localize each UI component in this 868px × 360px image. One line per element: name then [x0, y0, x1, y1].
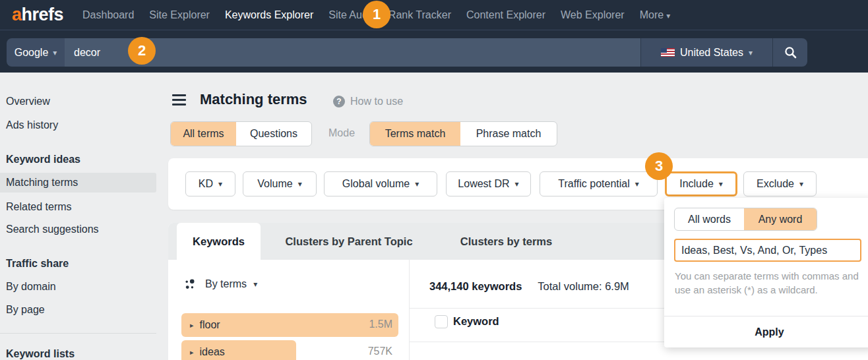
- term-volume: 1.5M: [369, 318, 392, 330]
- sidebar-header-traffic-share: Traffic share: [0, 254, 156, 274]
- search-icon: [784, 46, 797, 59]
- tab-terms-match[interactable]: Terms match: [370, 122, 460, 146]
- filter-traffic-potential[interactable]: Traffic potential▾: [540, 171, 658, 196]
- chevron-down-icon: ▾: [415, 179, 419, 189]
- select-all-checkbox[interactable]: [435, 315, 448, 328]
- tab-any-word[interactable]: Any word: [744, 208, 817, 230]
- top-nav: ahrefs Dashboard Site Explorer Keywords …: [0, 0, 868, 30]
- menu-icon[interactable]: [172, 94, 186, 105]
- total-volume: Total volume: 6.9M: [538, 280, 629, 293]
- search-bar: Google ▾ decor United States ▾: [7, 38, 807, 67]
- sidebar-header-keyword-lists: Keyword lists: [0, 344, 156, 360]
- sidebar-item-search-suggestions[interactable]: Search suggestions: [0, 220, 156, 239]
- nav-rank-tracker[interactable]: Rank Tracker: [388, 9, 451, 21]
- nav-more[interactable]: More▾: [640, 9, 670, 21]
- mode-tabs: Terms match Phrase match: [369, 121, 557, 146]
- tab-all-terms[interactable]: All terms: [171, 122, 236, 146]
- search-query: decor: [74, 47, 100, 59]
- keywords-explorer-page: ahrefs Dashboard Site Explorer Keywords …: [0, 0, 868, 360]
- results-summary: 344,140 keywords Total volume: 6.9M: [429, 280, 629, 293]
- nav-web-explorer[interactable]: Web Explorer: [561, 9, 625, 21]
- apply-button[interactable]: Apply: [664, 316, 868, 347]
- sidebar-item-by-page[interactable]: By page: [0, 300, 156, 320]
- sidebar-item-related-terms[interactable]: Related terms: [0, 197, 156, 217]
- caret-right-icon: ▸: [190, 321, 194, 330]
- page-title: Matching terms: [200, 91, 307, 108]
- logo-a: a: [12, 5, 22, 24]
- tab-clusters-by-terms[interactable]: Clusters by terms: [447, 223, 566, 260]
- step-badge-2: 2: [128, 37, 156, 65]
- include-terms-input[interactable]: [674, 239, 861, 262]
- scope-tabs: All terms Questions: [170, 121, 312, 146]
- term-volume-bar: ▸ floor: [181, 313, 398, 337]
- how-to-use-label: How to use: [350, 96, 403, 107]
- pane-divider: [409, 260, 410, 360]
- sidebar-item-ads-history[interactable]: Ads history: [0, 115, 156, 135]
- nav-dashboard[interactable]: Dashboard: [82, 9, 134, 21]
- include-help-text: You can separate terms with commas and u…: [675, 269, 865, 297]
- chevron-down-icon: ▾: [53, 48, 57, 57]
- sidebar-divider: [0, 333, 156, 334]
- term-row-ideas[interactable]: ▸ ideas 757K: [181, 340, 398, 360]
- search-submit-button[interactable]: [772, 38, 807, 67]
- country-dropdown[interactable]: United States ▾: [640, 38, 772, 67]
- tab-keywords[interactable]: Keywords: [177, 223, 261, 260]
- logo-rest: hrefs: [22, 5, 64, 24]
- chevron-down-icon: ▾: [749, 48, 753, 57]
- chevron-down-icon: ▾: [635, 179, 639, 189]
- filter-kd[interactable]: KD▾: [185, 171, 235, 196]
- keywords-count: 344,140 keywords: [429, 280, 522, 293]
- chevron-down-icon: ▾: [298, 179, 302, 189]
- keyword-column-header: Keyword: [453, 315, 499, 328]
- tab-questions[interactable]: Questions: [236, 122, 311, 146]
- cluster-icon: [185, 279, 196, 290]
- sidebar-item-by-domain[interactable]: By domain: [0, 277, 156, 297]
- step-badge-1: 1: [363, 1, 390, 28]
- sidebar-header-keyword-ideas: Keyword ideas: [0, 150, 156, 169]
- filter-include[interactable]: Include▾: [665, 171, 737, 196]
- question-icon: ?: [333, 96, 345, 107]
- tab-phrase-match[interactable]: Phrase match: [460, 122, 557, 146]
- sidebar: Overview Ads history Keyword ideas Match…: [0, 73, 165, 360]
- term-volume: 757K: [368, 345, 392, 357]
- term-row-floor[interactable]: ▸ floor 1.5M: [181, 313, 398, 337]
- term-label: ideas: [200, 346, 225, 358]
- filter-lowest-dr[interactable]: Lowest DR▾: [446, 171, 531, 196]
- caret-right-icon: ▸: [190, 348, 194, 357]
- chevron-down-icon: ▾: [799, 179, 803, 189]
- tab-clusters-by-parent-topic[interactable]: Clusters by Parent Topic: [268, 223, 430, 260]
- chevron-down-icon: ▾: [253, 280, 257, 289]
- nav-site-explorer[interactable]: Site Explorer: [149, 9, 210, 21]
- nav-keywords-explorer[interactable]: Keywords Explorer: [225, 9, 313, 21]
- filter-exclude[interactable]: Exclude▾: [743, 171, 817, 196]
- group-by-label: By terms: [205, 278, 247, 290]
- nav-content-explorer[interactable]: Content Explorer: [466, 9, 545, 21]
- term-label: floor: [200, 319, 220, 331]
- chevron-down-icon: ▾: [719, 179, 723, 189]
- search-engine-label: Google: [15, 47, 49, 59]
- step-badge-3: 3: [645, 152, 673, 180]
- group-by-dropdown[interactable]: By terms ▾: [185, 278, 257, 290]
- country-label: United States: [680, 47, 743, 59]
- us-flag-icon: [661, 48, 675, 57]
- filter-global-volume[interactable]: Global volume▾: [324, 171, 437, 196]
- ahrefs-logo[interactable]: ahrefs: [12, 5, 63, 25]
- search-engine-dropdown[interactable]: Google ▾: [7, 38, 65, 67]
- chevron-down-icon: ▾: [218, 179, 222, 189]
- sidebar-item-matching-terms[interactable]: Matching terms: [0, 173, 156, 193]
- term-volume-bar: ▸ ideas: [181, 340, 296, 360]
- how-to-use-link[interactable]: ? How to use: [333, 96, 403, 107]
- include-dropdown-panel: All words Any word You can separate term…: [664, 198, 868, 347]
- tab-all-words[interactable]: All words: [675, 208, 744, 230]
- word-match-tabs: All words Any word: [674, 208, 817, 231]
- filter-volume[interactable]: Volume▾: [243, 171, 317, 196]
- chevron-down-icon: ▾: [515, 179, 519, 189]
- mode-label: Mode: [328, 127, 355, 139]
- chevron-down-icon: ▾: [666, 11, 670, 20]
- sidebar-item-overview[interactable]: Overview: [0, 92, 156, 111]
